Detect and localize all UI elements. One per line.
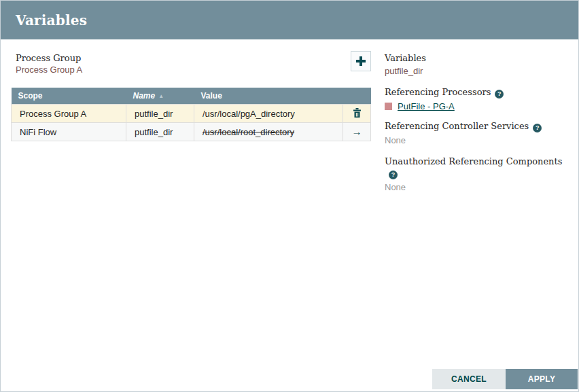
column-header-name[interactable]: Name▲ [126, 88, 194, 105]
details-panel: Variables putfile_dir Referencing Proces… [385, 52, 575, 202]
variables-label: Variables [385, 52, 575, 64]
process-group-name: Process Group A [16, 64, 82, 76]
help-icon[interactable]: ? [389, 171, 398, 179]
unauthorized-referencing-components-label: Unauthorized Referencing Components? [385, 156, 575, 179]
referencing-controller-services-section: Referencing Controller Services? None [385, 120, 575, 147]
selected-variable-name: putfile_dir [385, 65, 575, 77]
actions-cell: → [343, 123, 371, 141]
table-row[interactable]: Process Group A putfile_dir /usr/local/p… [12, 105, 371, 123]
actions-cell [343, 105, 371, 123]
referencing-processors-section: Referencing Processors? PutFile - PG-A [385, 86, 575, 111]
unauthorized-referencing-components-empty: None [385, 181, 575, 194]
unauthorized-referencing-components-section: Unauthorized Referencing Components? Non… [385, 156, 575, 194]
referencing-processor-item: PutFile - PG-A [385, 101, 575, 111]
dialog-header: Variables [1, 1, 578, 39]
referencing-controller-services-empty: None [385, 135, 575, 147]
dialog-footer: CANCEL APPLY [432, 369, 578, 389]
referencing-processor-link[interactable]: PutFile - PG-A [398, 101, 455, 111]
value-cell: /usr/local/root_directory [194, 123, 343, 141]
scope-cell: Process Group A [12, 105, 126, 123]
table-row[interactable]: NiFi Flow putfile_dir /usr/local/root_di… [12, 123, 371, 141]
cancel-button[interactable]: CANCEL [432, 369, 506, 389]
scope-cell: NiFi Flow [12, 123, 126, 141]
name-cell: putfile_dir [126, 105, 194, 123]
referencing-controller-services-label: Referencing Controller Services? [385, 120, 575, 132]
plus-icon [356, 56, 366, 66]
selected-variable-section: Variables putfile_dir [385, 52, 575, 77]
goto-overriding-variable-button[interactable]: → [352, 123, 362, 141]
table-header-row: Scope Name▲ Value [12, 88, 371, 105]
variables-dialog: Variables Process Group Process Group A … [0, 0, 579, 392]
name-cell: putfile_dir [126, 123, 194, 141]
add-variable-button[interactable] [351, 51, 371, 71]
variables-table: Scope Name▲ Value Process Group A putfil… [11, 88, 371, 141]
help-icon[interactable]: ? [533, 124, 542, 132]
column-header-scope[interactable]: Scope [12, 88, 126, 105]
value-cell: /usr/local/pgA_directory [194, 105, 343, 123]
trash-icon [353, 109, 362, 120]
delete-variable-button[interactable] [353, 108, 362, 118]
column-header-value[interactable]: Value [194, 88, 343, 105]
processor-state-icon [385, 103, 392, 110]
dialog-title: Variables [16, 12, 87, 29]
apply-button[interactable]: APPLY [506, 369, 578, 389]
process-group-label: Process Group [16, 52, 82, 64]
arrow-right-icon: → [352, 126, 362, 137]
column-header-actions [343, 88, 371, 105]
help-icon[interactable]: ? [495, 90, 504, 99]
sort-ascending-icon: ▲ [158, 93, 164, 99]
process-group-section: Process Group Process Group A [16, 52, 82, 76]
referencing-processors-label: Referencing Processors? [385, 86, 575, 99]
